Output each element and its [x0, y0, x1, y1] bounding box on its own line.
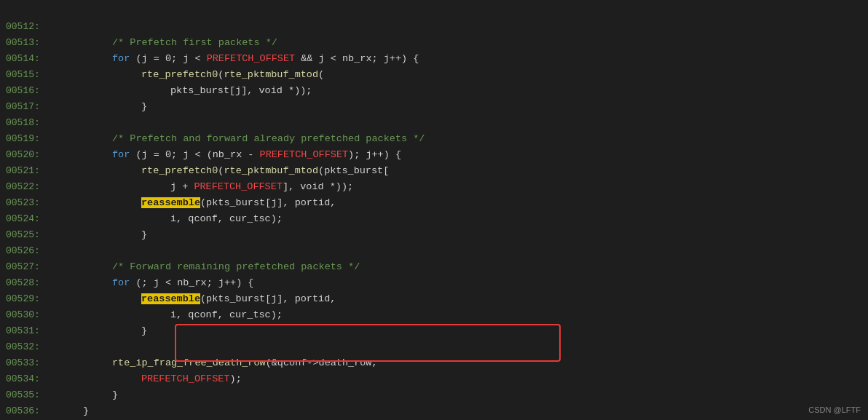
code-line: 00535:}: [0, 387, 868, 403]
line-number: 00533:: [0, 355, 51, 371]
line-number: 00517:: [0, 99, 51, 115]
code-line: 00529:reassemble(pkts_burst[j], portid,: [0, 291, 868, 307]
line-number: 00513:: [0, 35, 51, 51]
line-number: 00515:: [0, 67, 51, 83]
code-line: 00530:i, qconf, cur_tsc);: [0, 307, 868, 323]
line-number: 00529:: [0, 291, 51, 307]
line-content: /* Prefetch and forward already prefetch…: [51, 131, 868, 147]
code-line: 00515:rte_prefetch0(rte_pktmbuf_mtod(: [0, 67, 868, 83]
code-line: 00520:for (j = 0; j < (nb_rx - PREFETCH_…: [0, 147, 868, 163]
code-line: 00524:i, qconf, cur_tsc);: [0, 211, 868, 227]
code-line: 00518:: [0, 115, 868, 131]
line-content: rte_prefetch0(rte_pktmbuf_mtod(pkts_burs…: [51, 163, 868, 179]
line-number: 00516:: [0, 83, 51, 99]
line-content: reassemble(pkts_burst[j], portid,: [51, 195, 868, 211]
line-number: 00525:: [0, 227, 51, 243]
line-content: rte_prefetch0(rte_pktmbuf_mtod(: [51, 67, 868, 83]
code-line: 00519:/* Prefetch and forward already pr…: [0, 131, 868, 147]
line-content: pkts_burst[j], void *));: [51, 83, 868, 99]
line-number: 00518:: [0, 115, 51, 131]
code-line: 00513:/* Prefetch first packets */: [0, 35, 868, 51]
line-number: 00527:: [0, 259, 51, 275]
watermark: CSDN @LFTF: [808, 405, 861, 414]
line-number: 00530:: [0, 307, 51, 323]
line-content: }: [51, 403, 868, 419]
line-content: PREFETCH_OFFSET);: [51, 371, 868, 387]
line-number: 00519:: [0, 131, 51, 147]
code-line: 00512:: [0, 19, 868, 35]
line-number: 00523:: [0, 195, 51, 211]
line-content: rte_ip_frag_free_death_row(&qconf->death…: [51, 355, 868, 371]
line-content: }: [51, 227, 868, 243]
line-content: }: [51, 387, 868, 403]
code-line: 00532:: [0, 339, 868, 355]
code-line: 00514:for (j = 0; j < PREFETCH_OFFSET &&…: [0, 51, 868, 67]
line-content: /* Prefetch first packets */: [51, 35, 868, 51]
line-content: i, qconf, cur_tsc);: [51, 307, 868, 323]
code-line: 00523:reassemble(pkts_burst[j], portid,: [0, 195, 868, 211]
code-line: 00536:}: [0, 403, 868, 419]
code-line: 00522:j + PREFETCH_OFFSET], void *));: [0, 179, 868, 195]
line-content: j + PREFETCH_OFFSET], void *));: [51, 179, 868, 195]
line-number: 00512:: [0, 19, 51, 35]
line-content: reassemble(pkts_burst[j], portid,: [51, 291, 868, 307]
line-number: 00532:: [0, 339, 51, 355]
line-number: 00522:: [0, 179, 51, 195]
line-number: 00536:: [0, 403, 51, 419]
line-content: for (j = 0; j < PREFETCH_OFFSET && j < n…: [51, 51, 868, 67]
line-number: 00524:: [0, 211, 51, 227]
line-number: 00514:: [0, 51, 51, 67]
code-line: 00516:pkts_burst[j], void *));: [0, 83, 868, 99]
line-number: 00526:: [0, 243, 51, 259]
line-number: 00534:: [0, 371, 51, 387]
line-content: }: [51, 99, 868, 115]
code-line: 00525:}: [0, 227, 868, 243]
code-editor: 00512:00513:/* Prefetch first packets */…: [0, 0, 868, 420]
line-content: }: [51, 323, 868, 339]
line-content: for (j = 0; j < (nb_rx - PREFETCH_OFFSET…: [51, 147, 868, 163]
code-line: 00533:rte_ip_frag_free_death_row(&qconf-…: [0, 355, 868, 371]
code-line: 00526:: [0, 243, 868, 259]
line-number: 00520:: [0, 147, 51, 163]
line-content: i, qconf, cur_tsc);: [51, 211, 868, 227]
line-content: /* Forward remaining prefetched packets …: [51, 259, 868, 275]
line-number: 00535:: [0, 387, 51, 403]
code-line: 00528:for (; j < nb_rx; j++) {: [0, 275, 868, 291]
line-number: 00531:: [0, 323, 51, 339]
code-line: 00534:PREFETCH_OFFSET);: [0, 371, 868, 387]
code-line: 00531:}: [0, 323, 868, 339]
code-line: 00521:rte_prefetch0(rte_pktmbuf_mtod(pkt…: [0, 163, 868, 179]
code-line: 00517:}: [0, 99, 868, 115]
line-number: 00528:: [0, 275, 51, 291]
code-line: 00527:/* Forward remaining prefetched pa…: [0, 259, 868, 275]
line-content: for (; j < nb_rx; j++) {: [51, 275, 868, 291]
line-number: 00521:: [0, 163, 51, 179]
